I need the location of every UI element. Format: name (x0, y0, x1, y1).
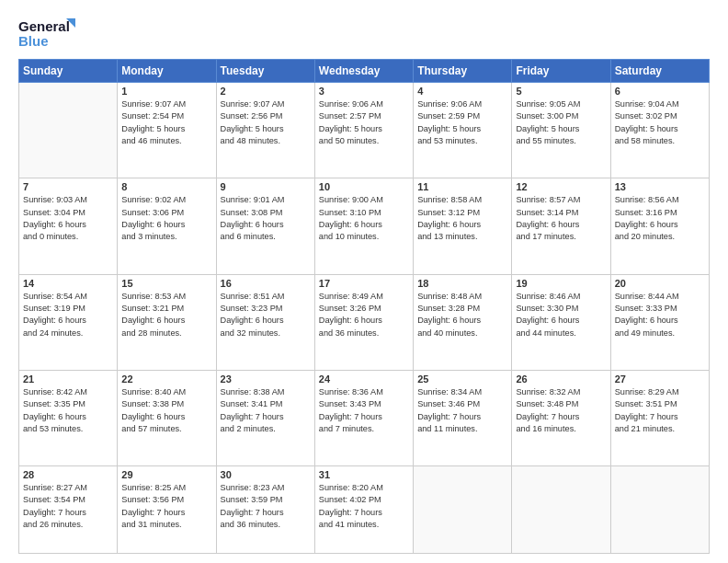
calendar-page: GeneralBlue SundayMondayTuesdayWednesday… (0, 0, 728, 563)
day-number: 28 (23, 469, 113, 480)
weekday-header-tuesday: Tuesday (216, 60, 314, 83)
calendar-cell: 11Sunrise: 8:58 AMSunset: 3:12 PMDayligh… (414, 178, 512, 274)
calendar-cell: 7Sunrise: 9:03 AMSunset: 3:04 PMDaylight… (19, 178, 118, 274)
calendar-cell: 22Sunrise: 8:40 AMSunset: 3:38 PMDayligh… (118, 370, 216, 465)
calendar-cell: 8Sunrise: 9:02 AMSunset: 3:06 PMDaylight… (118, 178, 216, 274)
weekday-header-sunday: Sunday (19, 60, 118, 83)
day-info: Sunrise: 8:54 AMSunset: 3:19 PMDaylight:… (23, 291, 113, 339)
calendar-cell: 23Sunrise: 8:38 AMSunset: 3:41 PMDayligh… (216, 370, 314, 465)
day-info: Sunrise: 9:07 AMSunset: 2:54 PMDaylight:… (121, 98, 211, 147)
day-number: 25 (417, 373, 507, 385)
day-number: 19 (516, 278, 606, 289)
day-info: Sunrise: 9:05 AMSunset: 3:00 PMDaylight:… (516, 98, 606, 147)
calendar-cell: 28Sunrise: 8:27 AMSunset: 3:54 PMDayligh… (19, 466, 118, 554)
calendar-cell: 25Sunrise: 8:34 AMSunset: 3:46 PMDayligh… (414, 370, 512, 465)
weekday-header-thursday: Thursday (414, 60, 512, 83)
day-info: Sunrise: 9:06 AMSunset: 2:59 PMDaylight:… (417, 98, 507, 147)
logo-svg: GeneralBlue (18, 17, 83, 50)
day-info: Sunrise: 9:01 AMSunset: 3:08 PMDaylight:… (221, 194, 311, 243)
weekday-header-friday: Friday (512, 60, 610, 83)
calendar-cell: 6Sunrise: 9:04 AMSunset: 3:02 PMDaylight… (610, 83, 709, 178)
day-info: Sunrise: 8:44 AMSunset: 3:33 PMDaylight:… (615, 291, 705, 339)
calendar-cell (414, 466, 512, 554)
weekday-header-wednesday: Wednesday (314, 60, 413, 83)
day-info: Sunrise: 9:00 AMSunset: 3:10 PMDaylight:… (319, 194, 409, 243)
day-info: Sunrise: 9:02 AMSunset: 3:06 PMDaylight:… (121, 194, 211, 243)
logo: GeneralBlue (18, 17, 83, 50)
day-number: 10 (319, 181, 409, 192)
day-number: 30 (221, 469, 311, 480)
day-number: 17 (319, 278, 409, 289)
day-number: 3 (319, 86, 409, 97)
weekday-header-monday: Monday (118, 60, 216, 83)
calendar-cell: 3Sunrise: 9:06 AMSunset: 2:57 PMDaylight… (314, 83, 413, 178)
calendar-cell: 5Sunrise: 9:05 AMSunset: 3:00 PMDaylight… (512, 83, 610, 178)
day-number: 7 (23, 181, 113, 192)
calendar-cell: 13Sunrise: 8:56 AMSunset: 3:16 PMDayligh… (610, 178, 709, 274)
day-number: 14 (23, 278, 113, 289)
day-info: Sunrise: 8:58 AMSunset: 3:12 PMDaylight:… (417, 194, 507, 243)
day-number: 8 (121, 181, 211, 192)
day-number: 11 (417, 181, 507, 192)
day-number: 24 (319, 373, 409, 385)
day-number: 23 (221, 373, 311, 385)
weekday-header-row: SundayMondayTuesdayWednesdayThursdayFrid… (19, 60, 710, 83)
day-info: Sunrise: 8:49 AMSunset: 3:26 PMDaylight:… (319, 291, 409, 339)
day-info: Sunrise: 8:56 AMSunset: 3:16 PMDaylight:… (615, 194, 705, 243)
svg-text:General: General (18, 18, 70, 34)
day-info: Sunrise: 8:32 AMSunset: 3:48 PMDaylight:… (516, 386, 606, 435)
day-info: Sunrise: 8:34 AMSunset: 3:46 PMDaylight:… (417, 386, 507, 435)
day-info: Sunrise: 8:40 AMSunset: 3:38 PMDaylight:… (121, 386, 211, 435)
calendar-cell: 1Sunrise: 9:07 AMSunset: 2:54 PMDaylight… (118, 83, 216, 178)
calendar-cell: 2Sunrise: 9:07 AMSunset: 2:56 PMDaylight… (216, 83, 314, 178)
calendar-cell: 21Sunrise: 8:42 AMSunset: 3:35 PMDayligh… (19, 370, 118, 465)
weekday-header-saturday: Saturday (610, 60, 709, 83)
calendar-cell: 29Sunrise: 8:25 AMSunset: 3:56 PMDayligh… (118, 466, 216, 554)
day-info: Sunrise: 9:04 AMSunset: 3:02 PMDaylight:… (615, 98, 705, 147)
day-number: 12 (516, 181, 606, 192)
calendar-cell (512, 466, 610, 554)
day-number: 1 (121, 86, 211, 97)
calendar-cell: 20Sunrise: 8:44 AMSunset: 3:33 PMDayligh… (610, 274, 709, 370)
calendar-cell: 16Sunrise: 8:51 AMSunset: 3:23 PMDayligh… (216, 274, 314, 370)
calendar-cell: 19Sunrise: 8:46 AMSunset: 3:30 PMDayligh… (512, 274, 610, 370)
calendar-cell: 18Sunrise: 8:48 AMSunset: 3:28 PMDayligh… (414, 274, 512, 370)
day-number: 18 (417, 278, 507, 289)
day-number: 5 (516, 86, 606, 97)
day-info: Sunrise: 8:25 AMSunset: 3:56 PMDaylight:… (121, 482, 211, 531)
day-info: Sunrise: 8:20 AMSunset: 4:02 PMDaylight:… (319, 482, 409, 531)
day-number: 22 (121, 373, 211, 385)
day-info: Sunrise: 9:03 AMSunset: 3:04 PMDaylight:… (23, 194, 113, 243)
week-row-3: 14Sunrise: 8:54 AMSunset: 3:19 PMDayligh… (19, 274, 710, 370)
calendar-cell: 4Sunrise: 9:06 AMSunset: 2:59 PMDaylight… (414, 83, 512, 178)
day-info: Sunrise: 9:06 AMSunset: 2:57 PMDaylight:… (319, 98, 409, 147)
calendar-cell: 26Sunrise: 8:32 AMSunset: 3:48 PMDayligh… (512, 370, 610, 465)
day-number: 20 (615, 278, 705, 289)
svg-text:Blue: Blue (18, 33, 49, 49)
calendar-cell: 24Sunrise: 8:36 AMSunset: 3:43 PMDayligh… (314, 370, 413, 465)
day-info: Sunrise: 8:48 AMSunset: 3:28 PMDaylight:… (417, 291, 507, 339)
week-row-1: 1Sunrise: 9:07 AMSunset: 2:54 PMDaylight… (19, 83, 710, 178)
calendar-cell (19, 83, 118, 178)
day-info: Sunrise: 9:07 AMSunset: 2:56 PMDaylight:… (221, 98, 311, 147)
day-number: 21 (23, 373, 113, 385)
calendar-table: SundayMondayTuesdayWednesdayThursdayFrid… (18, 59, 710, 554)
day-info: Sunrise: 8:51 AMSunset: 3:23 PMDaylight:… (221, 291, 311, 339)
day-number: 9 (221, 181, 311, 192)
day-number: 16 (221, 278, 311, 289)
calendar-cell: 12Sunrise: 8:57 AMSunset: 3:14 PMDayligh… (512, 178, 610, 274)
week-row-5: 28Sunrise: 8:27 AMSunset: 3:54 PMDayligh… (19, 466, 710, 554)
day-info: Sunrise: 8:23 AMSunset: 3:59 PMDaylight:… (221, 482, 311, 531)
week-row-2: 7Sunrise: 9:03 AMSunset: 3:04 PMDaylight… (19, 178, 710, 274)
day-number: 6 (615, 86, 705, 97)
day-info: Sunrise: 8:46 AMSunset: 3:30 PMDaylight:… (516, 291, 606, 339)
day-number: 26 (516, 373, 606, 385)
day-info: Sunrise: 8:27 AMSunset: 3:54 PMDaylight:… (23, 482, 113, 531)
calendar-cell: 17Sunrise: 8:49 AMSunset: 3:26 PMDayligh… (314, 274, 413, 370)
day-info: Sunrise: 8:57 AMSunset: 3:14 PMDaylight:… (516, 194, 606, 243)
day-info: Sunrise: 8:36 AMSunset: 3:43 PMDaylight:… (319, 386, 409, 435)
day-number: 2 (221, 86, 311, 97)
day-number: 4 (417, 86, 507, 97)
week-row-4: 21Sunrise: 8:42 AMSunset: 3:35 PMDayligh… (19, 370, 710, 465)
day-info: Sunrise: 8:29 AMSunset: 3:51 PMDaylight:… (615, 386, 705, 435)
